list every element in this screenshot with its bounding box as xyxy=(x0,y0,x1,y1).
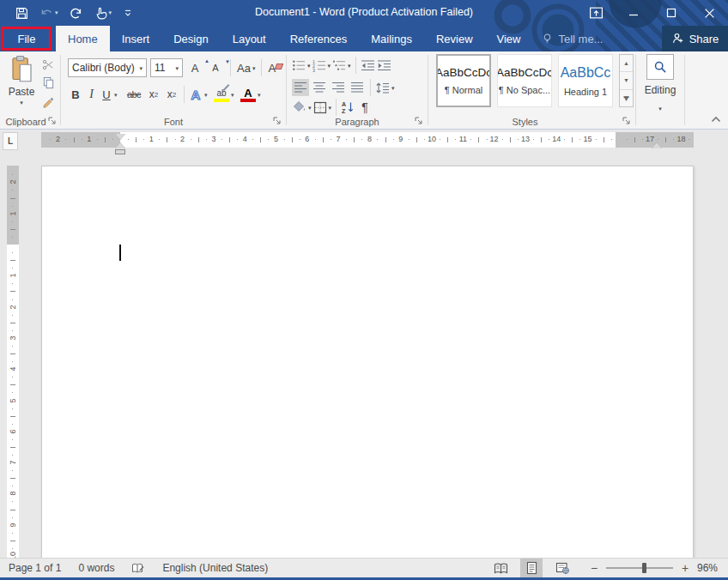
minimize-button[interactable] xyxy=(615,0,652,26)
text-effects-button[interactable]: A xyxy=(188,88,203,102)
tab-design[interactable]: Design xyxy=(161,26,220,51)
highlight-dropdown-icon[interactable]: ▾ xyxy=(231,92,239,98)
style-card-1[interactable]: AaBbCcDc¶ Normal xyxy=(436,54,491,107)
read-mode-button[interactable] xyxy=(489,559,512,577)
tab-home[interactable]: Home xyxy=(56,26,110,51)
tab-review[interactable]: Review xyxy=(424,26,485,51)
shrink-font-button[interactable]: A▼ xyxy=(207,63,224,73)
tab-stop-selector[interactable]: L xyxy=(3,132,18,150)
text-highlight-button[interactable]: ab xyxy=(213,86,230,103)
zoom-out-button[interactable]: − xyxy=(585,561,603,575)
font-dialog-launcher[interactable] xyxy=(273,117,282,126)
font-color-button[interactable]: A xyxy=(240,86,257,103)
first-line-indent-marker[interactable] xyxy=(115,134,125,140)
web-layout-button[interactable] xyxy=(551,559,573,577)
change-case-button[interactable]: Aa▾ xyxy=(237,62,255,75)
format-painter-button[interactable] xyxy=(39,94,57,110)
left-indent-marker[interactable] xyxy=(115,149,125,154)
cut-button[interactable] xyxy=(39,57,57,72)
zoom-percentage[interactable]: 96% xyxy=(694,562,728,574)
borders-dropdown-icon[interactable]: ▾ xyxy=(329,105,332,111)
tab-mailings[interactable]: Mailings xyxy=(359,26,424,51)
zoom-slider-track[interactable] xyxy=(606,567,673,569)
word-count[interactable]: 0 words xyxy=(70,559,123,577)
document-page[interactable] xyxy=(41,166,694,558)
save-button[interactable] xyxy=(12,3,32,23)
font-color-dropdown-icon[interactable]: ▾ xyxy=(258,92,265,98)
editing-group-label[interactable]: Editing xyxy=(636,84,684,96)
styles-more-icon[interactable]: ▬▼ xyxy=(620,90,633,106)
zoom-slider-thumb[interactable] xyxy=(642,563,646,573)
strikethrough-button[interactable]: abc xyxy=(124,89,144,100)
multilevel-list-button[interactable] xyxy=(332,59,346,72)
copy-button[interactable] xyxy=(39,76,57,91)
sort-button[interactable]: AZ xyxy=(341,100,355,114)
line-spacing-dropdown-icon[interactable]: ▾ xyxy=(391,85,395,91)
paste-button[interactable]: Paste ▾ xyxy=(5,55,38,117)
language-indicator[interactable]: English (United States) xyxy=(154,559,276,577)
bullets-dropdown-icon[interactable]: ▾ xyxy=(307,63,311,69)
tab-insert[interactable]: Insert xyxy=(110,26,162,51)
undo-button[interactable]: ▾ xyxy=(37,3,61,23)
underline-dropdown-icon[interactable]: ▾ xyxy=(114,92,123,98)
proofing-status[interactable] xyxy=(123,559,154,577)
decrease-indent-button[interactable] xyxy=(361,59,375,72)
redo-button[interactable] xyxy=(66,3,86,23)
clear-formatting-button[interactable]: A xyxy=(268,62,276,75)
align-center-button[interactable] xyxy=(311,79,328,96)
touch-mouse-mode-button[interactable]: ▾ xyxy=(91,3,115,23)
bold-button[interactable]: B xyxy=(68,88,83,101)
style-card-3[interactable]: AaBbCcHeading 1 xyxy=(558,54,613,107)
maximize-button[interactable] xyxy=(652,0,690,26)
tell-me-box[interactable]: Tell me... xyxy=(532,26,611,51)
borders-button[interactable] xyxy=(313,101,327,114)
styles-scroll-down-icon[interactable]: ▼ xyxy=(620,72,633,89)
text-effects-dropdown-icon[interactable]: ▾ xyxy=(204,92,212,98)
justify-button[interactable] xyxy=(349,79,366,96)
close-button[interactable] xyxy=(690,0,728,26)
underline-button[interactable]: U xyxy=(100,88,113,101)
find-button[interactable] xyxy=(646,54,674,80)
tab-view[interactable]: View xyxy=(485,26,533,51)
increase-indent-button[interactable] xyxy=(377,59,391,72)
font-size-combo[interactable]: 11▾ xyxy=(150,58,183,77)
line-spacing-button[interactable] xyxy=(375,82,390,94)
editing-dropdown-icon[interactable]: ▾ xyxy=(636,99,684,114)
grow-font-button[interactable]: A▲ xyxy=(186,62,203,75)
tab-layout[interactable]: Layout xyxy=(221,26,278,51)
zoom-in-button[interactable]: + xyxy=(676,561,694,575)
styles-group-label: Styles xyxy=(428,117,622,127)
tab-references[interactable]: References xyxy=(278,26,359,51)
numbering-button[interactable]: 123 xyxy=(312,59,326,72)
tab-file[interactable]: File xyxy=(3,26,50,51)
align-left-button[interactable] xyxy=(292,79,309,96)
undo-dropdown-icon[interactable]: ▾ xyxy=(55,9,58,16)
shading-button[interactable] xyxy=(292,100,306,114)
paragraph-dialog-launcher[interactable] xyxy=(415,117,424,126)
page-indicator[interactable]: Page 1 of 1 xyxy=(0,559,70,577)
style-card-2[interactable]: AaBbCcDc¶ No Spac... xyxy=(497,54,552,107)
customize-qat-button[interactable] xyxy=(119,3,136,23)
superscript-button[interactable]: x2 xyxy=(163,88,180,100)
ruler-mark xyxy=(478,137,479,142)
styles-dialog-launcher[interactable] xyxy=(622,117,632,126)
hanging-indent-marker[interactable] xyxy=(115,142,125,148)
print-layout-button[interactable] xyxy=(520,559,543,577)
paste-dropdown-icon[interactable]: ▾ xyxy=(20,100,23,106)
touch-mode-dropdown-icon[interactable]: ▾ xyxy=(109,9,112,16)
shading-dropdown-icon[interactable]: ▾ xyxy=(308,105,312,111)
ribbon-display-options-button[interactable] xyxy=(577,0,615,26)
numbering-dropdown-icon[interactable]: ▾ xyxy=(328,63,331,69)
bullets-button[interactable] xyxy=(292,59,306,72)
multilevel-dropdown-icon[interactable]: ▾ xyxy=(348,63,351,69)
font-name-combo[interactable]: Calibri (Body)▾ xyxy=(68,58,147,77)
show-hide-pilcrow-button[interactable]: ¶ xyxy=(356,100,373,114)
horizontal-ruler[interactable]: 211234567891011121314151718 xyxy=(41,132,694,148)
styles-scroll-up-icon[interactable]: ▲ xyxy=(620,55,633,72)
align-right-button[interactable] xyxy=(330,79,347,96)
subscript-button[interactable]: x2 xyxy=(145,88,162,100)
vertical-ruler[interactable]: 2112345678910 xyxy=(7,166,19,558)
collapse-ribbon-button[interactable] xyxy=(709,113,723,125)
italic-button[interactable]: I xyxy=(84,88,99,101)
clipboard-dialog-launcher[interactable] xyxy=(48,117,58,126)
